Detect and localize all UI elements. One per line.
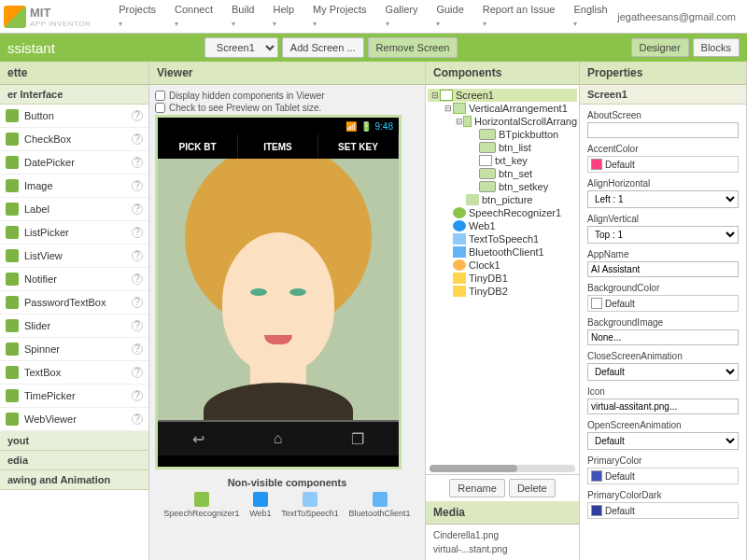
nv-speechrecognizer1[interactable]: SpeechRecognizer1 <box>163 492 239 518</box>
hidden-checkbox-row[interactable]: Display hidden components in Viewer <box>155 91 419 101</box>
help-icon[interactable]: ? <box>132 297 143 308</box>
phone-btn-pick-bt[interactable]: PICK BT <box>158 134 238 159</box>
palette-cat-edia[interactable]: edia <box>0 451 148 470</box>
nv-web1[interactable]: Web1 <box>249 492 271 518</box>
rename-button[interactable]: Rename <box>449 479 505 497</box>
tree-btn_setkey[interactable]: btn_setkey <box>428 180 577 193</box>
nv-bluetoothclient1[interactable]: BluetoothClient1 <box>349 492 411 518</box>
tree-web1[interactable]: Web1 <box>428 219 577 232</box>
media-virtual-...stant.png[interactable]: virtual-...stant.png <box>433 542 571 556</box>
palette-textbox[interactable]: TextBox? <box>0 361 148 385</box>
help-icon[interactable]: ? <box>132 203 143 215</box>
palette-webviewer[interactable]: WebViewer? <box>0 408 148 431</box>
menu-projects[interactable]: Projects▾ <box>109 0 165 32</box>
toggle-icon[interactable]: ⊟ <box>430 91 440 100</box>
prop-alignvertical-select[interactable]: Top : 1 <box>587 226 739 244</box>
prop-backgroundcolor-picker[interactable]: Default <box>587 295 739 312</box>
palette-cat-awing-and-animation[interactable]: awing and Animation <box>0 470 148 490</box>
help-icon[interactable]: ? <box>132 343 143 355</box>
menu-build[interactable]: Build▾ <box>222 0 263 32</box>
prop-alignhorizontal-select[interactable]: Left : 1 <box>587 190 739 208</box>
prop-backgroundimage-input[interactable] <box>587 329 739 345</box>
palette-spinner[interactable]: Spinner? <box>0 338 148 361</box>
palette-passwordtextbox[interactable]: PasswordTextBox? <box>0 291 148 315</box>
prop-primarycolordark-picker[interactable]: Default <box>587 502 739 519</box>
menu-guide[interactable]: Guide▾ <box>427 0 472 32</box>
tablet-checkbox[interactable] <box>155 103 165 113</box>
media-Cinderella1.png[interactable]: Cinderella1.png <box>433 528 571 542</box>
menu-report-an-issue[interactable]: Report an Issue▾ <box>473 0 565 32</box>
help-icon[interactable]: ? <box>132 413 143 425</box>
tree-bluetoothclient1[interactable]: BluetoothClient1 <box>428 245 577 259</box>
tree-tinydb1[interactable]: TinyDB1 <box>428 272 577 285</box>
help-icon[interactable]: ? <box>132 250 143 261</box>
prop-closescreenanimation-select[interactable]: Default <box>587 363 739 381</box>
tree-texttospeech1[interactable]: TextToSpeech1 <box>428 232 577 245</box>
tree-scrollbar[interactable] <box>430 465 575 472</box>
tree-btpickbutton[interactable]: BTpickbutton <box>428 128 577 141</box>
tree-horizontalscrollarrang[interactable]: ⊟HorizontalScrollArrang <box>428 115 577 128</box>
tree-btn_picture[interactable]: btn_picture <box>428 193 577 206</box>
help-icon[interactable]: ? <box>132 157 143 168</box>
menu-gallery[interactable]: Gallery▾ <box>376 0 428 32</box>
menu-english[interactable]: English▾ <box>564 0 616 32</box>
help-icon[interactable]: ? <box>132 390 143 401</box>
help-icon[interactable]: ? <box>132 110 143 121</box>
designer-button[interactable]: Designer <box>631 38 689 57</box>
tree-btn_list[interactable]: btn_list <box>428 141 577 154</box>
home-icon[interactable]: ⌂ <box>274 430 283 447</box>
screen-selector[interactable]: Screen1 <box>204 37 278 58</box>
remove-screen-button[interactable]: Remove Screen <box>368 37 458 58</box>
phone-btn-items[interactable]: ITEMS <box>238 134 318 159</box>
prop-aboutscreen-input[interactable] <box>587 122 739 138</box>
help-icon[interactable]: ? <box>132 320 143 331</box>
prop-appname-input[interactable] <box>587 261 739 277</box>
logo: MIT APP INVENTOR <box>4 6 91 28</box>
help-icon[interactable]: ? <box>132 133 143 145</box>
tree-btn_set[interactable]: btn_set <box>428 167 577 180</box>
add-screen-button[interactable]: Add Screen ... <box>282 37 364 58</box>
palette-checkbox[interactable]: CheckBox? <box>0 128 148 151</box>
prop-icon-input[interactable] <box>587 399 739 414</box>
tree-clock1[interactable]: Clock1 <box>428 259 577 272</box>
toggle-icon[interactable]: ⊟ <box>456 117 463 126</box>
palette-slider[interactable]: Slider? <box>0 315 148 338</box>
hidden-checkbox[interactable] <box>155 91 165 101</box>
palette-label[interactable]: Label? <box>0 198 148 221</box>
tree-tinydb2[interactable]: TinyDB2 <box>428 285 577 298</box>
notifier-icon <box>6 273 19 286</box>
tree-txt_key[interactable]: txt_key <box>428 154 577 167</box>
palette-listpicker[interactable]: ListPicker? <box>0 221 148 245</box>
menu-help[interactable]: Help▾ <box>263 0 303 32</box>
prop-accentcolor-picker[interactable]: Default <box>587 156 739 173</box>
phone-preview: 📶 🔋 9:48 PICK BTITEMSSET KEY ↩ ⌂ ❐ <box>155 115 402 469</box>
palette-image[interactable]: Image? <box>0 175 148 198</box>
palette-button[interactable]: Button? <box>0 105 148 128</box>
palette-notifier[interactable]: Notifier? <box>0 268 148 291</box>
help-icon[interactable]: ? <box>132 273 143 285</box>
phone-btn-set-key[interactable]: SET KEY <box>318 134 399 159</box>
help-icon[interactable]: ? <box>132 367 143 378</box>
user-email[interactable]: jegatheesans@gmail.com <box>617 11 743 22</box>
palette-timepicker[interactable]: TimePicker? <box>0 385 148 408</box>
delete-button[interactable]: Delete <box>509 479 556 497</box>
prop-primarycolor-picker[interactable]: Default <box>587 468 739 484</box>
help-icon[interactable]: ? <box>132 180 143 191</box>
prop-openscreenanimation-select[interactable]: Default <box>587 432 739 450</box>
blocks-button[interactable]: Blocks <box>693 38 740 57</box>
palette-datepicker[interactable]: DatePicker? <box>0 151 148 175</box>
menu-connect[interactable]: Connect▾ <box>165 0 222 32</box>
tablet-checkbox-row[interactable]: Check to see Preview on Tablet size. <box>155 103 419 113</box>
tree-verticalarrangement1[interactable]: ⊟VerticalArrangement1 <box>428 102 577 115</box>
palette-cat-yout[interactable]: yout <box>0 431 148 451</box>
recent-icon[interactable]: ❐ <box>351 430 364 448</box>
toggle-icon[interactable]: ⊟ <box>443 104 453 113</box>
tree-speechrecognizer1[interactable]: SpeechRecognizer1 <box>428 206 577 219</box>
nv-texttospeech1[interactable]: TextToSpeech1 <box>281 492 339 518</box>
tree-screen1[interactable]: ⊟Screen1 <box>428 89 577 102</box>
palette-listview[interactable]: ListView? <box>0 245 148 268</box>
help-icon[interactable]: ? <box>132 227 143 238</box>
phone-screen[interactable] <box>158 159 399 420</box>
menu-my-projects[interactable]: My Projects▾ <box>303 0 375 32</box>
back-icon[interactable]: ↩ <box>192 430 204 448</box>
